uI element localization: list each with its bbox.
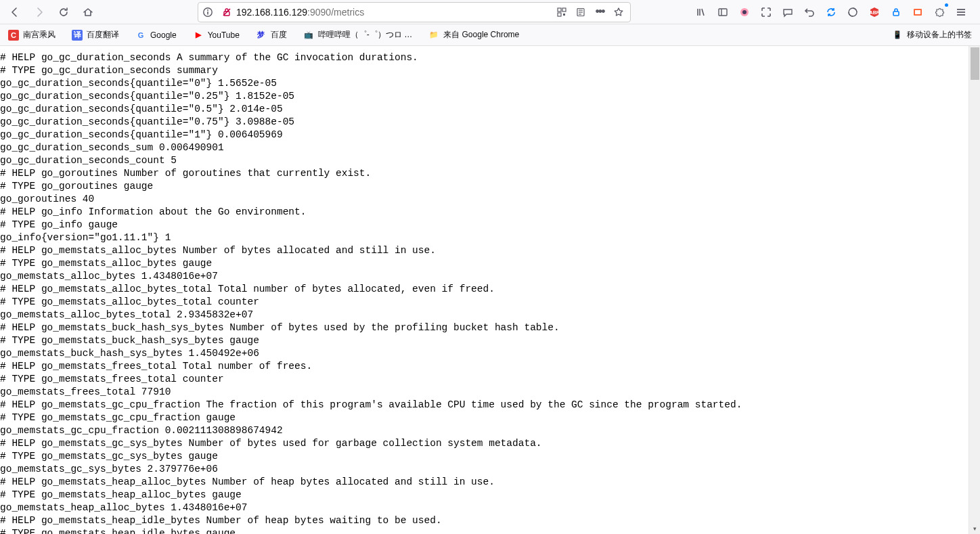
svg-rect-5: [558, 8, 561, 12]
qr-code-icon[interactable]: [553, 3, 571, 21]
svg-point-1: [207, 9, 208, 11]
undo-icon[interactable]: [800, 3, 819, 22]
extension-generic-icon-3[interactable]: [908, 3, 927, 22]
bookmark-label: 百度翻译: [87, 29, 119, 41]
bookmark-item-6[interactable]: 📁来自 Google Chrome: [426, 26, 522, 43]
scrollbar-down-arrow[interactable]: ▾: [969, 522, 980, 534]
bookmark-item-2[interactable]: GGoogle: [133, 27, 179, 43]
forward-button[interactable]: [30, 3, 49, 22]
content-area: # HELP go_gc_duration_seconds A summary …: [0, 46, 980, 534]
app-menu-icon[interactable]: [952, 3, 971, 22]
home-button[interactable]: [79, 3, 97, 22]
bookmark-item-0[interactable]: C南宫乘风: [5, 26, 58, 43]
bookmark-label: YouTube: [208, 30, 240, 40]
bookmark-item-1[interactable]: 译百度翻译: [69, 26, 122, 43]
url-text: 192.168.116.129:9090/metrics: [236, 7, 553, 18]
mobile-icon: 📱: [892, 30, 903, 41]
bookmark-icon: C: [8, 30, 19, 41]
svg-rect-16: [719, 9, 727, 16]
bookmarks-bar: C南宫乘风译百度翻译GGoogle▶YouTube梦百度📺哔哩哔哩（゜-゜）つロ…: [0, 24, 980, 46]
extension-generic-icon-1[interactable]: [735, 3, 754, 22]
bookmark-icon: 译: [72, 30, 83, 41]
extensions-puzzle-icon[interactable]: [930, 3, 949, 22]
svg-rect-23: [893, 12, 899, 16]
svg-rect-7: [558, 13, 561, 16]
lock-icon[interactable]: [887, 3, 906, 22]
svg-rect-8: [563, 14, 565, 16]
bookmark-icon: 梦: [256, 30, 267, 41]
browser-toolbar: 192.168.116.129:9090/metrics ••• ABP: [0, 0, 980, 24]
screenshot-icon[interactable]: [757, 3, 776, 22]
address-bar-actions: •••: [553, 3, 630, 21]
bookmark-item-4[interactable]: 梦百度: [253, 26, 290, 43]
svg-rect-6: [562, 8, 566, 12]
reader-mode-icon[interactable]: [572, 3, 589, 21]
bookmark-icon: 📁: [428, 30, 439, 41]
sync-icon[interactable]: [822, 3, 841, 22]
bookmark-label: 南宫乘风: [23, 29, 55, 41]
bookmark-label: 来自 Google Chrome: [443, 29, 519, 41]
bookmark-item-5[interactable]: 📺哔哩哔哩（゜-゜）つロ …: [300, 26, 415, 43]
bookmark-label: Google: [150, 30, 177, 40]
bookmark-item-3[interactable]: ▶YouTube: [190, 27, 242, 43]
url-path: /metrics: [331, 7, 364, 18]
bookmark-label: 百度: [271, 29, 287, 41]
library-icon[interactable]: [692, 3, 711, 22]
bookmark-icon: G: [135, 30, 146, 41]
mobile-bookmarks-label: 移动设备上的书签: [907, 29, 972, 41]
bookmark-star-icon[interactable]: [610, 3, 627, 21]
reload-button[interactable]: [54, 3, 73, 22]
svg-rect-25: [915, 10, 920, 14]
svg-text:ABP: ABP: [870, 10, 880, 15]
mobile-bookmarks[interactable]: 📱 移动设备上的书签: [889, 26, 975, 43]
bookmark-icon: 📺: [303, 30, 314, 41]
address-bar[interactable]: 192.168.116.129:9090/metrics •••: [198, 2, 631, 22]
svg-line-15: [702, 9, 704, 16]
url-port: :9090: [307, 7, 331, 18]
adblock-icon[interactable]: ABP: [865, 3, 884, 22]
metrics-output: # HELP go_gc_duration_seconds A summary …: [0, 46, 968, 534]
svg-point-19: [742, 10, 747, 14]
back-button[interactable]: [5, 3, 24, 22]
chat-icon[interactable]: [778, 3, 797, 22]
info-icon[interactable]: [198, 7, 217, 18]
page-actions-icon[interactable]: •••: [591, 3, 608, 21]
svg-rect-2: [207, 12, 208, 15]
scrollbar-thumb[interactable]: [971, 47, 979, 80]
bookmark-icon: ▶: [193, 30, 204, 41]
extension-generic-icon-2[interactable]: [843, 3, 862, 22]
extension-icons: ABP: [692, 3, 975, 22]
insecure-connection-icon[interactable]: [217, 7, 236, 18]
vertical-scrollbar[interactable]: ▾: [968, 46, 980, 534]
bookmark-label: 哔哩哔哩（゜-゜）つロ …: [318, 29, 412, 41]
url-host: 192.168.116.129: [236, 7, 307, 18]
sidebar-icon[interactable]: [713, 3, 732, 22]
